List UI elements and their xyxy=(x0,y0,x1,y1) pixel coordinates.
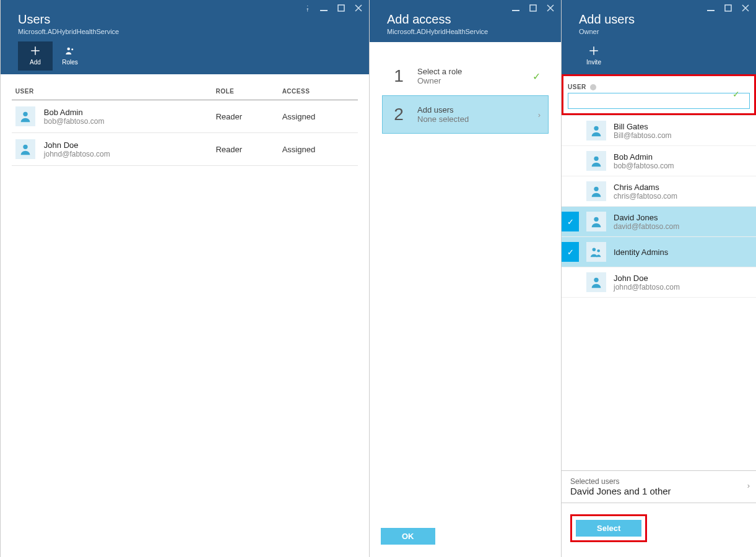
close-icon[interactable] xyxy=(546,4,555,12)
user-row[interactable]: Chris Adamschris@fabtoso.com xyxy=(562,176,756,207)
users-blade-header: Users Microsoft.ADHybridHealthService Ad… xyxy=(1,0,369,74)
user-row[interactable]: John Doejohnd@fabtoso.com xyxy=(562,267,756,298)
avatar xyxy=(586,242,606,262)
step-subtitle: None selected xyxy=(417,114,469,124)
avatar xyxy=(586,181,606,201)
user-name: David Jones xyxy=(614,213,751,222)
user-role: Reader xyxy=(212,133,278,166)
svg-point-3 xyxy=(71,48,73,50)
user-name: Bob Admin xyxy=(614,152,751,162)
svg-point-5 xyxy=(23,145,27,149)
svg-point-11 xyxy=(594,157,598,161)
avatar xyxy=(586,212,606,231)
summary-value: David Jones and 1 other xyxy=(570,486,747,496)
add-access-body: 1Select a roleOwner✓2Add usersNone selec… xyxy=(370,42,561,557)
roles-label: Roles xyxy=(62,59,78,66)
wizard-step-1[interactable]: 1Select a roleOwner✓ xyxy=(382,57,549,95)
add-label: Add xyxy=(30,59,41,66)
selection-strip: ✓ xyxy=(562,212,579,231)
add-button[interactable]: Add xyxy=(18,41,53,71)
selection-strip xyxy=(562,181,579,201)
user-list: Bill GatesBill@fabtoso.comBob Adminbob@f… xyxy=(562,115,756,470)
user-row[interactable]: Bob Adminbob@fabtoso.com xyxy=(562,146,756,176)
user-email: johnd@fabtoso.com xyxy=(44,150,110,158)
user-search-area: USER ✓ xyxy=(562,74,756,115)
user-email: johnd@fabtoso.com xyxy=(614,283,751,291)
ok-button[interactable]: OK xyxy=(381,528,435,545)
maximize-icon[interactable] xyxy=(529,4,537,12)
add-access-title: Add access xyxy=(387,12,552,27)
users-blade-body: USER ROLE ACCESS Bob Adminbob@fabtoso.co… xyxy=(1,74,369,557)
step-title: Add users xyxy=(417,105,469,114)
invite-button[interactable]: Invite xyxy=(579,41,609,71)
users-blade: Users Microsoft.ADHybridHealthService Ad… xyxy=(0,0,369,557)
user-name: Chris Adams xyxy=(614,183,751,192)
svg-rect-1 xyxy=(338,5,344,11)
chevron-right-icon: › xyxy=(538,110,541,119)
user-name: John Doe xyxy=(44,140,110,150)
step-subtitle: Owner xyxy=(417,76,462,85)
minimize-icon[interactable] xyxy=(511,4,520,12)
svg-point-2 xyxy=(67,48,71,51)
minimize-icon[interactable] xyxy=(706,4,715,12)
info-icon[interactable] xyxy=(590,84,596,90)
svg-rect-7 xyxy=(530,5,536,11)
close-icon[interactable] xyxy=(354,4,363,12)
add-users-body: USER ✓ Bill GatesBill@fabtoso.comBob Adm… xyxy=(562,74,756,557)
svg-rect-6 xyxy=(512,10,519,11)
svg-point-10 xyxy=(594,126,598,131)
svg-point-13 xyxy=(594,217,598,222)
pin-icon[interactable] xyxy=(302,4,311,12)
plus-icon xyxy=(30,45,41,56)
users-blade-title: Users xyxy=(18,12,360,27)
col-user: USER xyxy=(12,83,212,100)
col-role: ROLE xyxy=(212,83,278,100)
close-icon[interactable] xyxy=(741,4,750,12)
svg-point-4 xyxy=(23,112,27,116)
add-users-header: Add users Owner Invite xyxy=(562,0,756,74)
user-email: Bill@fabtoso.com xyxy=(614,131,751,140)
user-field-label: USER xyxy=(568,84,586,90)
select-button[interactable]: Select xyxy=(576,520,641,537)
selected-users-summary[interactable]: Selected users David Jones and 1 other › xyxy=(562,470,756,503)
avatar xyxy=(15,139,35,159)
wizard-step-2[interactable]: 2Add usersNone selected› xyxy=(382,95,549,134)
user-row[interactable]: ✓Identity Admins xyxy=(562,237,756,267)
selection-strip xyxy=(562,151,579,171)
user-row[interactable]: Bill GatesBill@fabtoso.com xyxy=(562,116,756,146)
user-email: bob@fabtoso.com xyxy=(614,162,751,170)
step-number: 1 xyxy=(391,66,406,86)
user-name: John Doe xyxy=(614,274,751,283)
selected-users-highlight: ✓David Jonesdavid@fabtoso.com✓Identity A… xyxy=(562,207,756,267)
invite-label: Invite xyxy=(586,59,601,66)
svg-point-12 xyxy=(594,187,598,191)
add-access-header: Add access Microsoft.ADHybridHealthServi… xyxy=(370,0,561,42)
maximize-icon[interactable] xyxy=(724,4,732,12)
add-access-subtitle: Microsoft.ADHybridHealthService xyxy=(387,28,552,35)
table-row[interactable]: Bob Adminbob@fabtoso.comReaderAssigned xyxy=(12,100,358,133)
svg-rect-0 xyxy=(320,10,328,11)
add-users-title: Add users xyxy=(579,12,747,27)
user-name: Bill Gates xyxy=(614,122,751,131)
add-access-blade: Add access Microsoft.ADHybridHealthServi… xyxy=(369,0,561,557)
user-access: Assigned xyxy=(279,100,358,133)
user-search-input[interactable] xyxy=(568,93,750,109)
svg-rect-9 xyxy=(725,5,731,11)
avatar xyxy=(586,121,606,140)
roles-button[interactable]: Roles xyxy=(53,41,87,71)
check-icon: ✓ xyxy=(732,89,740,99)
selection-strip: ✓ xyxy=(562,242,579,262)
user-role: Reader xyxy=(212,100,278,133)
user-row[interactable]: ✓David Jonesdavid@fabtoso.com xyxy=(562,207,756,237)
table-row[interactable]: John Doejohnd@fabtoso.comReaderAssigned xyxy=(12,133,358,166)
chevron-right-icon: › xyxy=(747,481,750,490)
users-table: USER ROLE ACCESS Bob Adminbob@fabtoso.co… xyxy=(12,83,358,166)
user-email: david@fabtoso.com xyxy=(614,222,751,231)
svg-point-15 xyxy=(597,249,600,253)
user-access: Assigned xyxy=(279,133,358,166)
user-name: Identity Admins xyxy=(614,248,751,257)
maximize-icon[interactable] xyxy=(337,4,345,12)
minimize-icon[interactable] xyxy=(319,4,328,12)
avatar xyxy=(586,272,606,292)
user-email: bob@fabtoso.com xyxy=(44,117,105,126)
